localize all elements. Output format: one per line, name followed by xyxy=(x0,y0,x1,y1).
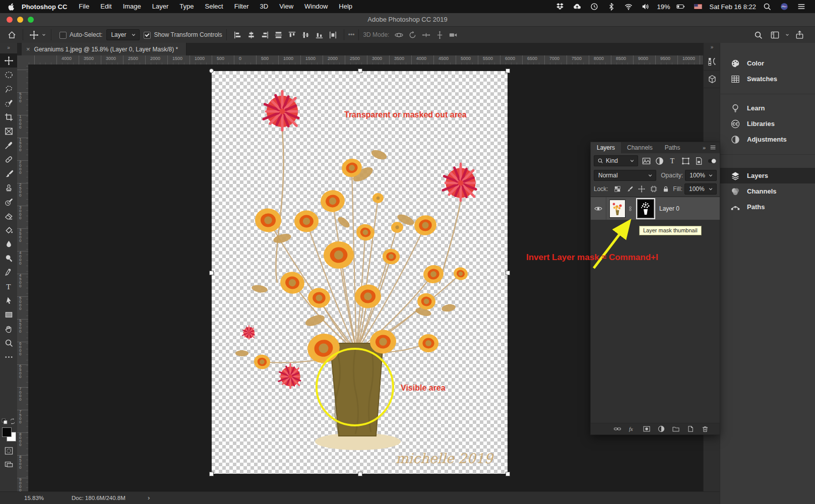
share-icon[interactable] xyxy=(795,30,804,40)
panels-collapse-control[interactable]: » xyxy=(704,43,720,53)
align-center-icon[interactable] xyxy=(246,30,256,40)
elliptical-marquee-tool[interactable] xyxy=(0,68,17,82)
dock-panel-libraries[interactable]: Libraries xyxy=(720,116,815,132)
transform-handle[interactable] xyxy=(209,472,214,476)
window-titlebar[interactable]: Adobe Photoshop CC 2019 xyxy=(0,13,815,27)
blur-tool[interactable] xyxy=(0,237,17,251)
zoom-tool[interactable] xyxy=(0,336,17,350)
ruler-origin-corner[interactable] xyxy=(17,55,29,65)
blend-mode-dropdown[interactable]: Normal xyxy=(594,170,656,181)
menu-window[interactable]: Window xyxy=(299,0,333,13)
menu-layer[interactable]: Layer xyxy=(147,0,174,13)
dock-panel-learn[interactable]: Learn xyxy=(720,100,815,116)
add-mask-icon[interactable] xyxy=(643,425,651,433)
battery-icon[interactable] xyxy=(676,2,685,11)
history-icon[interactable] xyxy=(590,2,599,11)
filter-shape-icon[interactable] xyxy=(681,156,691,166)
type-tool[interactable]: T xyxy=(0,279,17,293)
crop-tool[interactable] xyxy=(0,110,17,124)
apple-icon[interactable] xyxy=(7,3,16,11)
orbit-3d-icon[interactable] xyxy=(394,30,404,40)
transform-handle[interactable] xyxy=(209,271,214,275)
menu-type[interactable]: Type xyxy=(174,0,199,13)
distribute-middle-icon[interactable] xyxy=(301,30,310,40)
wifi-icon[interactable] xyxy=(624,2,633,11)
lock-move-icon[interactable] xyxy=(638,185,646,193)
dodge-tool[interactable] xyxy=(0,251,17,265)
menu-3d[interactable]: 3D xyxy=(255,0,274,13)
document-canvas[interactable]: michelle 2019 Transparent or masked out … xyxy=(212,71,508,474)
roll-3d-icon[interactable] xyxy=(408,30,417,40)
quick-mask-icon[interactable] xyxy=(4,446,14,456)
bluetooth-icon[interactable] xyxy=(607,2,616,11)
menu-file[interactable]: File xyxy=(73,0,95,13)
dock-nav-paths[interactable]: Paths xyxy=(720,199,815,215)
align-right-icon[interactable] xyxy=(260,30,270,40)
app-name[interactable]: Photoshop CC xyxy=(22,3,67,11)
slide-3d-icon[interactable] xyxy=(435,30,445,40)
trash-icon[interactable] xyxy=(701,425,709,433)
quick-selection-tool[interactable] xyxy=(0,96,17,110)
spotlight-search-icon[interactable] xyxy=(763,2,772,11)
link-icon[interactable] xyxy=(613,425,621,433)
menu-view[interactable]: View xyxy=(274,0,299,13)
default-colors-icon[interactable] xyxy=(1,418,8,425)
distribute-bottom-icon[interactable] xyxy=(315,30,324,40)
folder-icon[interactable] xyxy=(672,425,680,433)
cloud-upload-icon[interactable] xyxy=(573,2,582,11)
transform-handle[interactable] xyxy=(209,69,214,73)
spot-healing-tool[interactable] xyxy=(0,152,17,166)
align-left-icon[interactable] xyxy=(233,30,242,40)
distribute-top-icon[interactable] xyxy=(287,30,297,40)
us-flag-icon[interactable] xyxy=(694,2,703,11)
mask-link-icon[interactable] xyxy=(627,204,634,214)
auto-select-checkbox[interactable] xyxy=(59,32,67,39)
horizontal-ruler[interactable]: 4000350030002500200015001000500050010001… xyxy=(28,55,703,65)
new-layer-icon[interactable] xyxy=(686,425,695,433)
dropbox-icon[interactable] xyxy=(555,2,565,11)
adjustment-icon[interactable] xyxy=(657,425,665,433)
lock-artboard-icon[interactable] xyxy=(650,185,658,193)
show-transform-checkbox[interactable] xyxy=(144,32,151,39)
paint-bucket-tool[interactable] xyxy=(0,223,17,237)
tab-paths[interactable]: Paths xyxy=(659,142,686,153)
lock-transparent-icon[interactable] xyxy=(613,185,621,193)
rectangle-shape-tool[interactable] xyxy=(0,307,17,322)
fx-icon[interactable]: fx xyxy=(628,425,636,433)
filter-pixel-icon[interactable] xyxy=(642,156,651,166)
cube-3d-panel-button[interactable] xyxy=(704,71,720,88)
align-justify-icon[interactable] xyxy=(274,30,283,40)
history-brush-tool[interactable] xyxy=(0,195,17,209)
filter-toggle-icon[interactable] xyxy=(707,156,717,166)
tab-layers[interactable]: Layers xyxy=(591,142,621,153)
status-options-chevron[interactable]: › xyxy=(148,492,150,504)
fill-dropdown[interactable]: 100% xyxy=(684,183,717,195)
tool-preset-chevron-icon[interactable] xyxy=(41,32,47,38)
tools-collapse-control[interactable]: » xyxy=(0,43,17,53)
dock-nav-layers[interactable]: Layers xyxy=(720,168,815,183)
volume-icon[interactable] xyxy=(641,2,650,11)
transform-handle[interactable] xyxy=(506,271,510,275)
transform-handle[interactable] xyxy=(506,472,510,476)
menu-image[interactable]: Image xyxy=(117,0,147,13)
clone-stamp-tool[interactable] xyxy=(0,180,17,195)
brush-tool[interactable] xyxy=(0,166,17,180)
dock-nav-channels[interactable]: Channels xyxy=(720,183,815,199)
camera-3d-icon[interactable] xyxy=(449,30,458,40)
close-tab-icon[interactable]: × xyxy=(26,45,30,53)
dock-panel-swatches[interactable]: Swatches xyxy=(720,71,815,87)
lasso-tool[interactable] xyxy=(0,82,17,96)
dock-panel-color[interactable]: Color xyxy=(720,55,815,71)
eyedropper-tool[interactable] xyxy=(0,138,17,152)
history-panel-panel-button[interactable] xyxy=(704,53,720,71)
frame-tool[interactable] xyxy=(0,124,17,138)
dock-panel-adjustments[interactable]: Adjustments xyxy=(720,132,815,147)
panel-collapse-icon[interactable]: » xyxy=(700,142,708,153)
menu-select[interactable]: Select xyxy=(199,0,228,13)
filter-adjustment-icon[interactable] xyxy=(655,156,664,166)
home-icon[interactable] xyxy=(7,30,17,40)
move-tool[interactable] xyxy=(0,53,17,68)
active-tool-icon[interactable] xyxy=(29,30,39,40)
auto-select-dropdown[interactable]: Layer xyxy=(106,29,140,40)
distribute-vertical-icon[interactable] xyxy=(328,30,338,40)
